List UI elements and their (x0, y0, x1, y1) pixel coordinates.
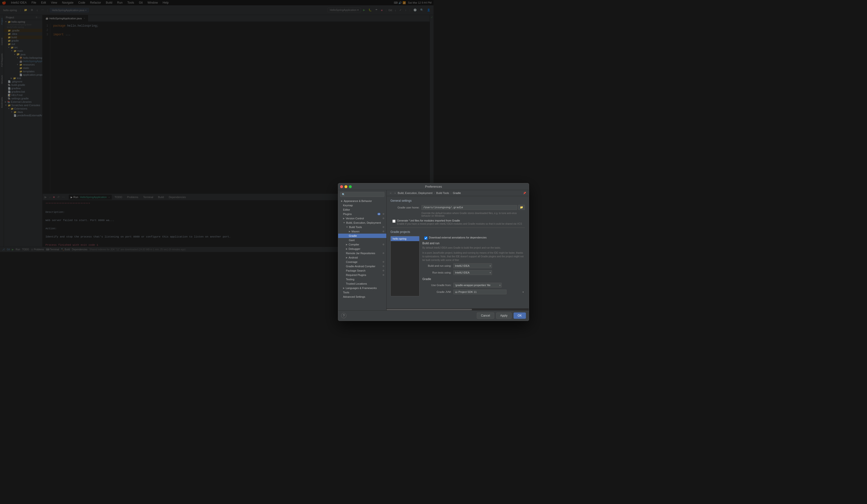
download-annotations-row: Download external annotations for depend… (422, 236, 434, 240)
nav-compiler-label: Compiler (349, 243, 359, 246)
gradle-settings-content: General settings Gradle user home: 📁 Ove… (387, 196, 434, 252)
gradle-projects-list: hello-spring (390, 236, 419, 252)
expand-vc-icon: ▶ (343, 217, 345, 219)
general-settings-title: General settings (390, 199, 434, 202)
nav-keymap[interactable]: Keymap (338, 203, 386, 207)
dialog-content: ← → Build, Execution, Deployment › Build… (387, 190, 434, 252)
gradle-home-input-group: 📁 (421, 205, 434, 210)
nav-remote-jar[interactable]: Remote Jar Repositories ⚙ (338, 251, 386, 252)
download-annotations-checkbox[interactable] (424, 237, 427, 240)
breadcrumb-back-btn[interactable]: ← (389, 192, 392, 194)
gradle-home-desc: Override the default location where Grad… (421, 212, 434, 217)
breadcrumb-build-exec[interactable]: Build, Execution, Deployment (398, 192, 432, 194)
gradle-projects-layout: hello-spring Download external annotatio… (390, 236, 434, 252)
nav-debugger-label: Debugger (349, 247, 360, 250)
maven-settings-icon: ⚙ (383, 230, 384, 233)
nav-editor-label: Editor (343, 208, 350, 211)
traffic-lights (340, 185, 352, 188)
nav-compiler[interactable]: ▶ Compiler ⚙ (338, 242, 386, 247)
minimize-traffic-light[interactable] (344, 185, 347, 188)
nav-maven-label: Maven (352, 230, 360, 233)
dialog-title: Preferences (425, 185, 434, 189)
nav-plugins[interactable]: Plugins 4 ⚙ (338, 212, 386, 216)
nav-plugins-label: Plugins (343, 213, 352, 215)
nav-gant-label: Gant (349, 239, 355, 242)
nav-vc-label: Version Control (346, 217, 364, 220)
download-annotations-label: Download external annotations for depend… (429, 236, 434, 239)
build-run-section: Build and run By default IntelliJ IDEA u… (422, 242, 434, 252)
nav-debugger[interactable]: ▶ Debugger (338, 247, 386, 251)
generate-iml-row: Generate *.iml files for modules importe… (390, 219, 434, 225)
nav-version-control[interactable]: ▶ Version Control ⚙ (338, 216, 386, 221)
dialog-titlebar: Preferences (338, 183, 434, 190)
build-run-title: Build and run (422, 242, 434, 245)
nav-gradle[interactable]: Gradle (338, 234, 386, 238)
gradle-home-input[interactable] (421, 205, 434, 210)
dialog-nav: ▶ Appearance & Behavior Keymap Editor Pl… (338, 190, 387, 252)
generate-iml-sub: Enable if you have a mixed project with … (397, 223, 434, 225)
gradle-home-row: Gradle user home: 📁 (390, 205, 434, 210)
plugins-badge: 4 (377, 213, 381, 215)
bt-settings-icon: ⚙ (383, 226, 384, 228)
preferences-dialog: Preferences ▶ Appearance & Behavior Keym… (338, 183, 434, 252)
gradle-home-label: Gradle user home: (390, 206, 419, 209)
breadcrumb-forward-btn[interactable]: → (394, 192, 396, 194)
nav-keymap-label: Keymap (343, 204, 353, 207)
close-traffic-light[interactable] (340, 185, 343, 188)
dialog-body: ▶ Appearance & Behavior Keymap Editor Pl… (338, 190, 434, 252)
nav-build-tools-label: Build Tools (349, 226, 362, 228)
maximize-traffic-light[interactable] (349, 185, 352, 188)
compiler-settings-icon: ⚙ (383, 243, 384, 246)
preferences-search[interactable] (340, 192, 384, 197)
nav-build-exec[interactable]: ▼ Build, Execution, Deployment (338, 221, 386, 225)
nav-appearance[interactable]: ▶ Appearance & Behavior (338, 199, 386, 203)
nav-maven[interactable]: ▶ Maven ⚙ (338, 229, 386, 234)
plugins-settings-icon: ⚙ (383, 213, 384, 215)
build-run-desc1: By default IntelliJ IDEA uses Gradle to … (422, 246, 434, 249)
gradle-projects-title: Gradle projects (390, 230, 434, 234)
expand-compiler-icon: ▶ (346, 243, 347, 246)
expand-maven-icon: ▶ (349, 230, 351, 233)
expand-bt-icon: ▼ (346, 226, 348, 228)
build-run-desc2: In a pure Java/Kotlin project, building … (422, 251, 434, 252)
nav-build-exec-label: Build, Execution, Deployment (346, 221, 381, 224)
generate-iml-label: Generate *.iml files for modules importe… (397, 219, 434, 222)
nav-editor[interactable]: Editor (338, 207, 386, 212)
dialog-breadcrumb: ← → Build, Execution, Deployment › Build… (387, 190, 434, 196)
expand-be-icon: ▼ (343, 222, 345, 224)
nav-gradle-label: Gradle (349, 234, 357, 237)
dialog-overlay: Preferences ▶ Appearance & Behavior Keym… (0, 0, 434, 252)
expand-appearance-icon: ▶ (341, 200, 343, 202)
nav-gant[interactable]: Gant (338, 238, 386, 242)
gradle-project-hello-spring[interactable]: hello-spring (391, 236, 419, 241)
dialog-search-container (338, 191, 386, 198)
nav-build-tools[interactable]: ▼ Build Tools ⚙ (338, 225, 386, 229)
vc-badge: ⚙ (383, 217, 384, 219)
divider1 (390, 227, 434, 228)
nav-appearance-label: Appearance & Behavior (344, 200, 372, 202)
gradle-project-detail: Download external annotations for depend… (422, 236, 434, 252)
expand-debugger-icon: ▶ (346, 248, 347, 250)
generate-iml-checkbox[interactable] (392, 219, 396, 223)
